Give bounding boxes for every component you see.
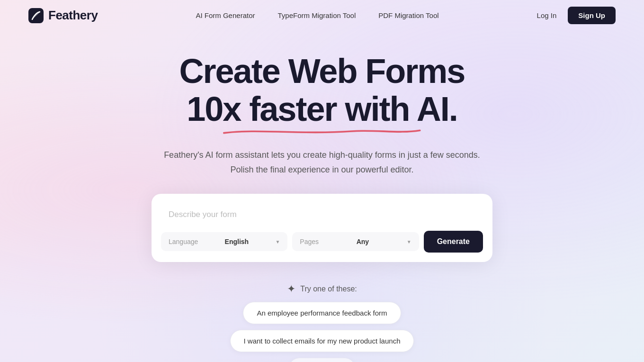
try-chip-2: ⬥ <box>288 358 356 362</box>
navbar: Feathery AI Form Generator TypeForm Migr… <box>0 0 644 31</box>
hero-subtitle-wrapper: 10x faster with AI. <box>187 91 457 127</box>
hero-description: Feathery's AI form assistant lets you cr… <box>161 148 483 177</box>
pages-label: Pages <box>300 238 319 245</box>
logo[interactable]: Feathery <box>28 8 98 23</box>
hero-title-line2: 10x faster with AI. <box>187 91 457 127</box>
generate-button[interactable]: Generate <box>424 231 483 253</box>
language-value: English <box>202 238 271 245</box>
hero-title-line1: Create Web Forms <box>179 54 465 90</box>
signup-button[interactable]: Sign Up <box>568 7 616 24</box>
nav-link-pdf-migration[interactable]: PDF Migration Tool <box>378 11 438 19</box>
underline-decoration <box>187 127 457 136</box>
nav-link-typeform-migration[interactable]: TypeForm Migration Tool <box>277 11 356 19</box>
nav-links: AI Form Generator TypeForm Migration Too… <box>196 11 438 19</box>
try-chip-1[interactable]: I want to collect emails for my new prod… <box>230 330 414 352</box>
language-label: Language <box>169 238 198 245</box>
try-header: ✦ Try one of these: <box>287 283 357 295</box>
form-describe-input[interactable] <box>161 203 483 226</box>
pages-chevron-icon: ▼ <box>407 239 411 244</box>
login-button[interactable]: Log In <box>537 11 557 19</box>
logo-text: Feathery <box>48 8 98 23</box>
try-chips: An employee performance feedback form I … <box>230 302 414 362</box>
try-header-text: Try one of these: <box>300 285 357 293</box>
language-select[interactable]: Language English ▼ <box>161 232 287 251</box>
nav-link-ai-form-generator[interactable]: AI Form Generator <box>196 11 255 19</box>
pages-select[interactable]: Pages Any ▼ <box>292 232 419 251</box>
hero-section: Create Web Forms 10x faster with AI. Fea… <box>0 31 644 262</box>
try-chip-0[interactable]: An employee performance feedback form <box>243 302 401 324</box>
form-card: Language English ▼ Pages Any ▼ Generate <box>152 194 492 262</box>
language-chevron-icon: ▼ <box>275 239 280 244</box>
nav-actions: Log In Sign Up <box>537 7 616 24</box>
pages-value: Any <box>322 238 403 245</box>
feathery-logo-icon <box>28 8 44 23</box>
form-controls: Language English ▼ Pages Any ▼ Generate <box>161 231 483 253</box>
sparkle-icon: ✦ <box>287 283 295 295</box>
try-section: ✦ Try one of these: An employee performa… <box>0 283 644 362</box>
